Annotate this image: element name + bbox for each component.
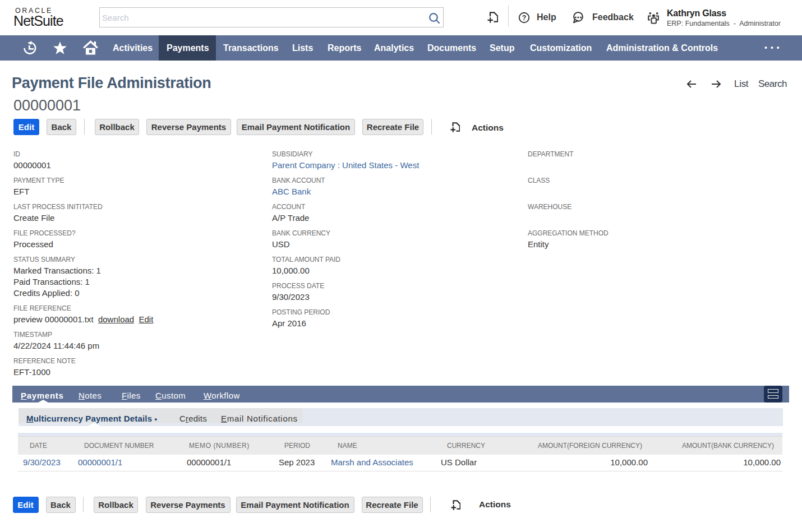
svg-text:?: ? <box>522 14 527 22</box>
